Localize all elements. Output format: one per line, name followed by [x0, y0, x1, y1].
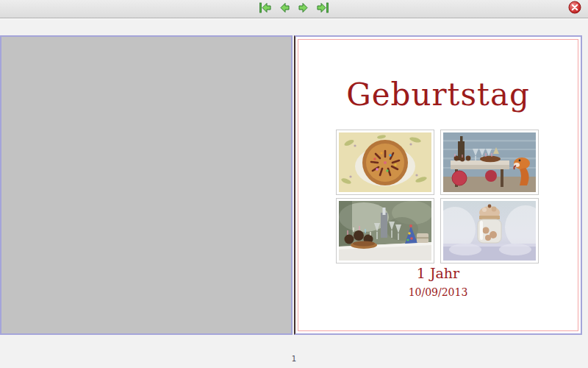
photo-seaside-table: [440, 130, 539, 195]
page-subtitle: 1 Jahr: [295, 265, 581, 281]
previous-page-button[interactable]: [277, 2, 292, 15]
seaside-table-image: [443, 132, 536, 192]
glass-jar-image: [443, 201, 536, 261]
close-icon: [568, 5, 581, 16]
photo-grid: [336, 130, 539, 263]
page-date: 10/09/2013: [295, 286, 581, 298]
previous-arrow-icon: [278, 2, 291, 15]
next-arrow-icon: [297, 2, 310, 15]
first-page-button[interactable]: [258, 2, 273, 15]
page-title: Geburtstag: [295, 78, 581, 112]
birthday-cakes-image: [339, 201, 431, 261]
next-page-button[interactable]: [296, 2, 311, 15]
page-number: 1: [0, 355, 588, 363]
photo-glass-jar: [440, 198, 539, 263]
last-arrow-icon: [316, 2, 329, 15]
toolbar: [0, 0, 588, 18]
first-arrow-icon: [259, 2, 272, 15]
right-page-cover: Geburtstag: [294, 35, 582, 335]
plum-tart-image: [339, 132, 431, 192]
last-page-button[interactable]: [315, 2, 330, 15]
close-button[interactable]: [567, 1, 582, 15]
photo-birthday-cakes: [336, 198, 434, 263]
photo-plum-tart: [336, 130, 434, 195]
left-page-blank: [0, 35, 293, 335]
page-navigation: [258, 2, 330, 15]
